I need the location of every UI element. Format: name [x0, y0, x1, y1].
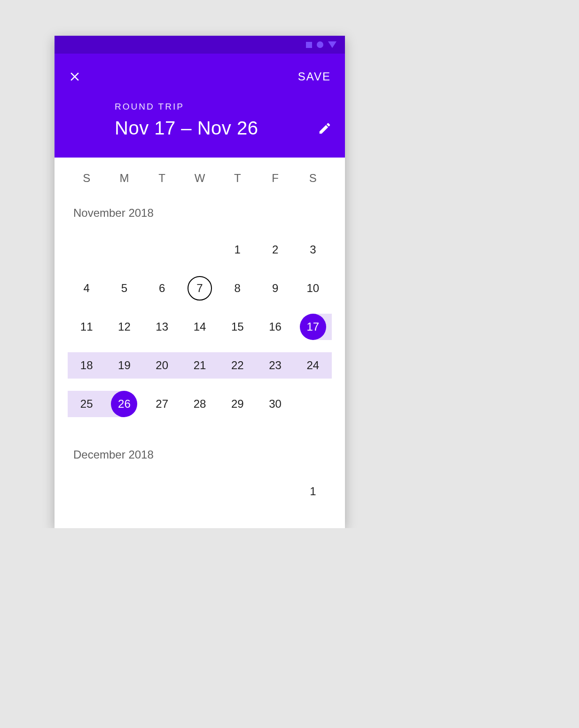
day-number: 16 — [269, 320, 282, 333]
day-cell[interactable]: 9 — [256, 275, 294, 301]
day-empty — [294, 391, 332, 417]
day-cell[interactable]: 28 — [181, 391, 219, 417]
day-number: 21 — [194, 359, 206, 372]
day-cell[interactable]: 17 — [294, 314, 332, 340]
day-number: 28 — [194, 397, 206, 411]
trip-type-label: ROUND TRIP — [115, 102, 332, 112]
day-number: 15 — [231, 320, 244, 333]
day-number: 5 — [121, 282, 127, 295]
day-cell[interactable]: 6 — [143, 275, 181, 301]
day-cell[interactable]: 26 — [105, 391, 143, 417]
close-button[interactable] — [68, 70, 82, 84]
calendar-body[interactable]: November 2018123456789101112131415161718… — [55, 201, 345, 528]
dow-thu: T — [219, 169, 256, 188]
week-row: 11121314151617 — [68, 314, 332, 340]
day-empty — [181, 478, 219, 505]
status-bar — [55, 36, 345, 54]
week-row: 45678910 — [68, 275, 332, 301]
day-cell[interactable]: 29 — [219, 391, 256, 417]
day-number: 22 — [231, 359, 244, 372]
day-empty — [256, 478, 294, 505]
day-number: 30 — [269, 397, 282, 411]
day-cell[interactable]: 1 — [294, 478, 332, 505]
day-cell[interactable]: 4 — [68, 275, 105, 301]
day-cell[interactable]: 21 — [181, 352, 219, 379]
month-label: December 2018 — [68, 429, 332, 478]
close-icon — [68, 70, 82, 84]
day-number: 12 — [118, 320, 131, 333]
day-cell[interactable]: 1 — [219, 237, 256, 263]
day-number: 19 — [118, 359, 131, 372]
day-cell[interactable]: 11 — [68, 314, 105, 340]
day-number: 1 — [310, 485, 316, 498]
day-empty — [219, 478, 256, 505]
day-cell[interactable]: 7 — [181, 275, 219, 301]
dow-mon: M — [105, 169, 143, 188]
dow-sun: S — [68, 169, 105, 188]
month-block: December 20181 — [68, 429, 332, 505]
day-cell[interactable]: 23 — [256, 352, 294, 379]
day-number: 8 — [235, 282, 241, 295]
day-number: 4 — [83, 282, 89, 295]
day-empty — [181, 237, 219, 263]
day-number: 27 — [156, 397, 168, 411]
status-square-icon — [306, 42, 312, 48]
month-block: November 2018123456789101112131415161718… — [68, 201, 332, 417]
week-row: 123 — [68, 237, 332, 263]
day-cell[interactable]: 14 — [181, 314, 219, 340]
status-circle-icon — [317, 41, 323, 48]
edit-button[interactable] — [318, 121, 332, 135]
day-number: 3 — [310, 243, 316, 256]
day-cell[interactable]: 5 — [105, 275, 143, 301]
dow-wed: W — [181, 169, 219, 188]
save-button[interactable]: SAVE — [298, 70, 332, 83]
dow-sat: S — [294, 169, 332, 188]
dow-tue: T — [143, 169, 181, 188]
day-number: 10 — [306, 282, 319, 295]
status-triangle-icon — [328, 41, 336, 48]
day-cell[interactable]: 27 — [143, 391, 181, 417]
day-cell[interactable]: 20 — [143, 352, 181, 379]
day-empty — [143, 237, 181, 263]
day-number: 14 — [194, 320, 206, 333]
day-cell[interactable]: 3 — [294, 237, 332, 263]
week-row: 18192021222324 — [68, 352, 332, 379]
month-label: November 2018 — [68, 201, 332, 237]
day-cell[interactable]: 24 — [294, 352, 332, 379]
day-number: 18 — [80, 359, 93, 372]
day-cell[interactable]: 22 — [219, 352, 256, 379]
day-cell[interactable]: 8 — [219, 275, 256, 301]
picker-header: SAVE ROUND TRIP Nov 17 – Nov 26 — [55, 54, 345, 158]
day-empty — [105, 478, 143, 505]
day-number: 9 — [272, 282, 278, 295]
day-number: 24 — [306, 359, 319, 372]
day-empty — [143, 478, 181, 505]
day-cell[interactable]: 16 — [256, 314, 294, 340]
day-cell[interactable]: 10 — [294, 275, 332, 301]
day-cell[interactable]: 13 — [143, 314, 181, 340]
dow-fri: F — [256, 169, 294, 188]
day-cell[interactable]: 15 — [219, 314, 256, 340]
day-number: 29 — [231, 397, 244, 411]
day-empty — [105, 237, 143, 263]
selected-range-text: Nov 17 – Nov 26 — [115, 118, 258, 139]
day-empty — [68, 237, 105, 263]
day-number: 2 — [272, 243, 278, 256]
day-of-week-header: S M T W T F S — [55, 158, 345, 201]
day-number: 17 — [306, 320, 319, 333]
day-cell[interactable]: 18 — [68, 352, 105, 379]
day-cell[interactable]: 25 — [68, 391, 105, 417]
day-number: 1 — [235, 243, 241, 256]
week-row: 1 — [68, 478, 332, 505]
week-row: 252627282930 — [68, 391, 332, 417]
day-number: 26 — [118, 397, 131, 411]
day-cell[interactable]: 2 — [256, 237, 294, 263]
day-empty — [68, 478, 105, 505]
day-number: 11 — [80, 320, 93, 333]
date-picker-panel: SAVE ROUND TRIP Nov 17 – Nov 26 S M T W … — [55, 36, 345, 528]
day-cell[interactable]: 12 — [105, 314, 143, 340]
day-cell[interactable]: 19 — [105, 352, 143, 379]
day-number: 7 — [196, 282, 203, 295]
pencil-icon — [318, 121, 332, 135]
day-cell[interactable]: 30 — [256, 391, 294, 417]
